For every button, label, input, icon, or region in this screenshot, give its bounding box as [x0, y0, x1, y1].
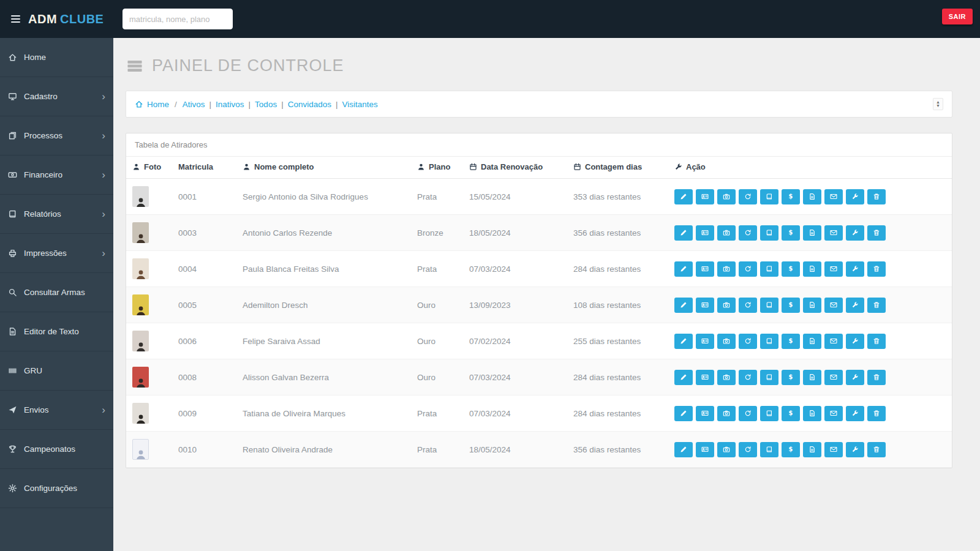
edit-action-button[interactable] [674, 261, 693, 277]
member-photo[interactable] [132, 367, 149, 388]
sidebar-item-gru[interactable]: GRU [0, 351, 113, 391]
records-action-button[interactable] [760, 261, 778, 277]
message-action-button[interactable] [824, 334, 843, 349]
column-header-data-renovacao[interactable]: Data Renovação [463, 157, 567, 179]
photo-action-button[interactable] [717, 442, 736, 457]
renew-action-button[interactable] [739, 189, 757, 204]
delete-action-button[interactable] [867, 406, 886, 421]
sidebar-item-editor-de-texto[interactable]: Editor de Texto [0, 312, 113, 351]
sidebar-item-configuracoes[interactable]: Configurações [0, 469, 113, 508]
sidebar-item-envios[interactable]: Envios› [0, 391, 113, 430]
breadcrumb-link-convidados[interactable]: Convidados [288, 100, 331, 109]
id-card-action-button[interactable] [696, 298, 714, 313]
edit-action-button[interactable] [674, 370, 693, 385]
breadcrumb-home-link[interactable]: Home [135, 100, 169, 109]
payment-action-button[interactable]: $ [782, 334, 800, 349]
id-card-action-button[interactable] [696, 370, 714, 385]
id-card-action-button[interactable] [696, 189, 714, 204]
member-photo[interactable] [132, 439, 149, 460]
id-card-action-button[interactable] [696, 225, 714, 241]
payment-action-button[interactable]: $ [782, 370, 800, 385]
search-input[interactable] [123, 9, 233, 29]
payment-action-button[interactable]: $ [782, 298, 800, 313]
records-action-button[interactable] [760, 334, 778, 349]
message-action-button[interactable] [824, 225, 843, 241]
member-photo[interactable] [132, 403, 149, 424]
message-action-button[interactable] [824, 442, 843, 457]
edit-action-button[interactable] [674, 334, 693, 349]
brand-logo[interactable]: ADMCLUBE [28, 12, 104, 26]
payment-action-button[interactable]: $ [782, 406, 800, 421]
sidebar-item-campeonatos[interactable]: Campeonatos [0, 430, 113, 469]
column-header-foto[interactable]: Foto [126, 157, 172, 179]
photo-action-button[interactable] [717, 406, 736, 421]
document-action-button[interactable] [803, 189, 821, 204]
tools-action-button[interactable] [846, 261, 864, 277]
payment-action-button[interactable]: $ [782, 225, 800, 241]
id-card-action-button[interactable] [696, 406, 714, 421]
delete-action-button[interactable] [867, 189, 886, 204]
renew-action-button[interactable] [739, 225, 757, 241]
photo-action-button[interactable] [717, 261, 736, 277]
id-card-action-button[interactable] [696, 261, 714, 277]
document-action-button[interactable] [803, 225, 821, 241]
breadcrumb-link-todos[interactable]: Todos [255, 100, 277, 109]
column-header-matricula[interactable]: Matricula [172, 157, 236, 179]
logout-button[interactable]: SAIR [942, 9, 973, 24]
delete-action-button[interactable] [867, 442, 886, 457]
document-action-button[interactable] [803, 370, 821, 385]
records-action-button[interactable] [760, 225, 778, 241]
payment-action-button[interactable]: $ [782, 189, 800, 204]
renew-action-button[interactable] [739, 442, 757, 457]
tools-action-button[interactable] [846, 442, 864, 457]
breadcrumb-link-inativos[interactable]: Inativos [216, 100, 244, 109]
edit-action-button[interactable] [674, 406, 693, 421]
renew-action-button[interactable] [739, 261, 757, 277]
records-action-button[interactable] [760, 442, 778, 457]
id-card-action-button[interactable] [696, 334, 714, 349]
delete-action-button[interactable] [867, 261, 886, 277]
message-action-button[interactable] [824, 261, 843, 277]
delete-action-button[interactable] [867, 298, 886, 313]
message-action-button[interactable] [824, 189, 843, 204]
scroll-control[interactable]: ▲▼ [933, 98, 943, 110]
menu-toggle-icon[interactable] [10, 13, 21, 25]
delete-action-button[interactable] [867, 225, 886, 241]
column-header-nome-completo[interactable]: Nome completo [236, 157, 411, 179]
photo-action-button[interactable] [717, 189, 736, 204]
records-action-button[interactable] [760, 406, 778, 421]
message-action-button[interactable] [824, 298, 843, 313]
renew-action-button[interactable] [739, 406, 757, 421]
member-photo[interactable] [132, 186, 149, 207]
column-header-plano[interactable]: Plano [411, 157, 463, 179]
sidebar-item-relatorios[interactable]: Relatórios› [0, 195, 113, 234]
payment-action-button[interactable]: $ [782, 261, 800, 277]
sidebar-item-cadastro[interactable]: Cadastro› [0, 77, 113, 116]
member-photo[interactable] [132, 331, 149, 351]
delete-action-button[interactable] [867, 334, 886, 349]
document-action-button[interactable] [803, 298, 821, 313]
renew-action-button[interactable] [739, 298, 757, 313]
edit-action-button[interactable] [674, 225, 693, 241]
sidebar-item-processos[interactable]: Processos› [0, 116, 113, 156]
tools-action-button[interactable] [846, 225, 864, 241]
renew-action-button[interactable] [739, 370, 757, 385]
member-photo[interactable] [132, 294, 149, 315]
message-action-button[interactable] [824, 370, 843, 385]
sidebar-item-home[interactable]: Home [0, 38, 113, 77]
breadcrumb-link-visitantes[interactable]: Visitantes [342, 100, 377, 109]
message-action-button[interactable] [824, 406, 843, 421]
photo-action-button[interactable] [717, 370, 736, 385]
tools-action-button[interactable] [846, 406, 864, 421]
delete-action-button[interactable] [867, 370, 886, 385]
tools-action-button[interactable] [846, 334, 864, 349]
document-action-button[interactable] [803, 442, 821, 457]
photo-action-button[interactable] [717, 225, 736, 241]
records-action-button[interactable] [760, 189, 778, 204]
photo-action-button[interactable] [717, 334, 736, 349]
records-action-button[interactable] [760, 298, 778, 313]
column-header-contagem-dias[interactable]: Contagem dias [567, 157, 668, 179]
breadcrumb-link-ativos[interactable]: Ativos [183, 100, 205, 109]
payment-action-button[interactable]: $ [782, 442, 800, 457]
sidebar-item-consultar-armas[interactable]: Consultar Armas [0, 273, 113, 312]
